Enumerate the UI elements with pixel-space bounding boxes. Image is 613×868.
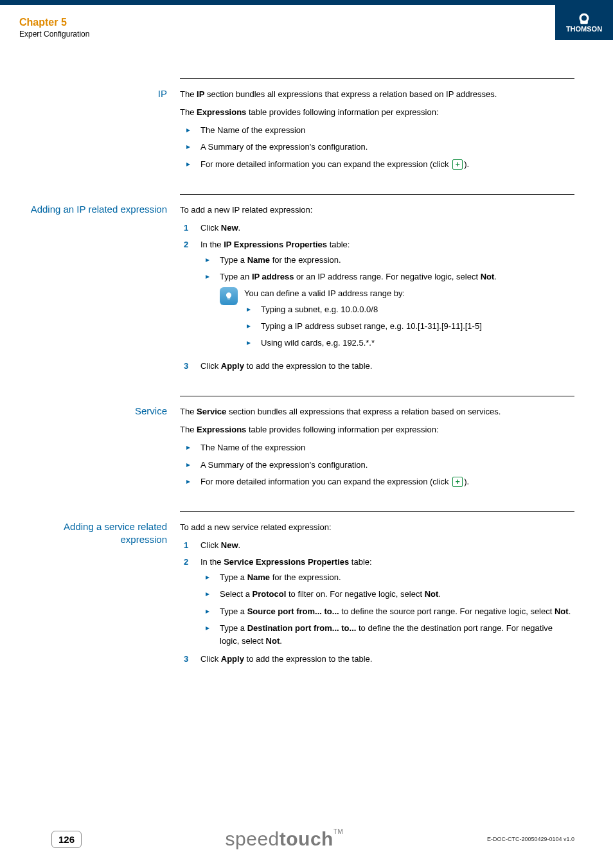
- section-ip: IP The IP section bundles all expression…: [19, 78, 574, 176]
- ip-li3: For more detailed information you can ex…: [180, 158, 574, 171]
- addservice-intro: To add a new service related expression:: [180, 521, 574, 534]
- section-addservice: Adding a service related expression To a…: [19, 511, 574, 671]
- addservice-s2-li3: Type a Source port from... to... to defi…: [203, 605, 574, 618]
- section-label-addservice: Adding a service related expression: [19, 511, 180, 671]
- section-body-service: The Service section bundles all expressi…: [180, 396, 574, 493]
- section-body-addservice: To add a new service related expression:…: [180, 511, 574, 671]
- tip-li2: Typing a IP address subset range, e.g. 1…: [244, 320, 574, 333]
- thomson-icon: [577, 12, 591, 25]
- section-label-addip: Adding an IP related expression: [19, 194, 180, 378]
- tip-box: You can define a valid IP address range …: [220, 287, 574, 355]
- ip-li2: A Summary of the expression's configurat…: [180, 141, 574, 154]
- section-addip: Adding an IP related expression To add a…: [19, 194, 574, 378]
- addip-intro: To add a new IP related expression:: [180, 204, 574, 217]
- section-body-addip: To add a new IP related expression: Clic…: [180, 194, 574, 378]
- chapter-title: Chapter 5: [19, 17, 89, 28]
- addservice-step2: In the Service Expressions Properties ta…: [180, 556, 574, 648]
- addservice-step1: Click New.: [180, 539, 574, 552]
- tip-li1: Typing a subnet, e.g. 10.0.0.0/8: [244, 303, 574, 316]
- ip-p2: The Expressions table provides following…: [180, 106, 574, 119]
- section-body-ip: The IP section bundles all expressions t…: [180, 78, 574, 176]
- header-left: Chapter 5 Expert Configuration: [19, 17, 89, 39]
- service-p2: The Expressions table provides following…: [180, 423, 574, 436]
- expand-icon: +: [452, 159, 463, 170]
- expand-icon: +: [452, 477, 463, 487]
- ip-li1: The Name of the expression: [180, 124, 574, 137]
- addip-s2-li1: Type a Name for the expression.: [203, 254, 574, 267]
- tip-body: You can define a valid IP address range …: [244, 287, 574, 355]
- speedtouch-logo: speedtouchTM: [226, 828, 344, 850]
- section-service: Service The Service section bundles all …: [19, 396, 574, 493]
- ip-p1: The IP section bundles all expressions t…: [180, 88, 574, 101]
- brand-name: THOMSON: [566, 25, 602, 33]
- service-li3: For more detailed information you can ex…: [180, 475, 574, 488]
- addservice-s2-li1: Type a Name for the expression.: [203, 571, 574, 584]
- ip-list: The Name of the expression A Summary of …: [180, 124, 574, 170]
- addip-step1: Click New.: [180, 222, 574, 235]
- service-list: The Name of the expression A Summary of …: [180, 441, 574, 488]
- page-number: 126: [51, 831, 82, 848]
- addservice-s2-li2: Select a Protocol to filter on. For nega…: [203, 588, 574, 601]
- addip-step3: Click Apply to add the expression to the…: [180, 360, 574, 373]
- addip-s2-li2: Type an IP address or an IP address rang…: [203, 270, 574, 355]
- service-p1: The Service section bundles all expressi…: [180, 405, 574, 418]
- addip-step2-list: Type a Name for the expression. Type an …: [203, 254, 574, 355]
- tip-intro: You can define a valid IP address range …: [244, 287, 574, 300]
- section-label-service: Service: [19, 396, 180, 493]
- addip-steps: Click New. In the IP Expressions Propert…: [180, 222, 574, 373]
- addservice-step3: Click Apply to add the expression to the…: [180, 653, 574, 666]
- addservice-step2-list: Type a Name for the expression. Select a…: [203, 571, 574, 648]
- service-li1: The Name of the expression: [180, 441, 574, 454]
- addip-step2: In the IP Expressions Properties table: …: [180, 238, 574, 355]
- doc-reference: E-DOC-CTC-20050429-0104 v1.0: [487, 836, 574, 842]
- content-area: IP The IP section bundles all expression…: [0, 40, 613, 671]
- tip-list: Typing a subnet, e.g. 10.0.0.0/8 Typing …: [244, 303, 574, 350]
- chapter-subtitle: Expert Configuration: [19, 30, 89, 39]
- lightbulb-icon: [220, 287, 238, 305]
- addservice-s2-li4: Type a Destination port from... to... to…: [203, 622, 574, 648]
- section-label-ip: IP: [19, 78, 180, 176]
- tip-li3: Using wild cards, e.g. 192.5.*.*: [244, 337, 574, 350]
- page-header: Chapter 5 Expert Configuration THOMSON: [0, 5, 613, 40]
- page-footer: 126 speedtouchTM E-DOC-CTC-20050429-0104…: [0, 828, 613, 850]
- service-li2: A Summary of the expression's configurat…: [180, 459, 574, 472]
- top-bar: [0, 0, 613, 5]
- brand-logo: THOMSON: [555, 5, 613, 40]
- addservice-steps: Click New. In the Service Expressions Pr…: [180, 539, 574, 666]
